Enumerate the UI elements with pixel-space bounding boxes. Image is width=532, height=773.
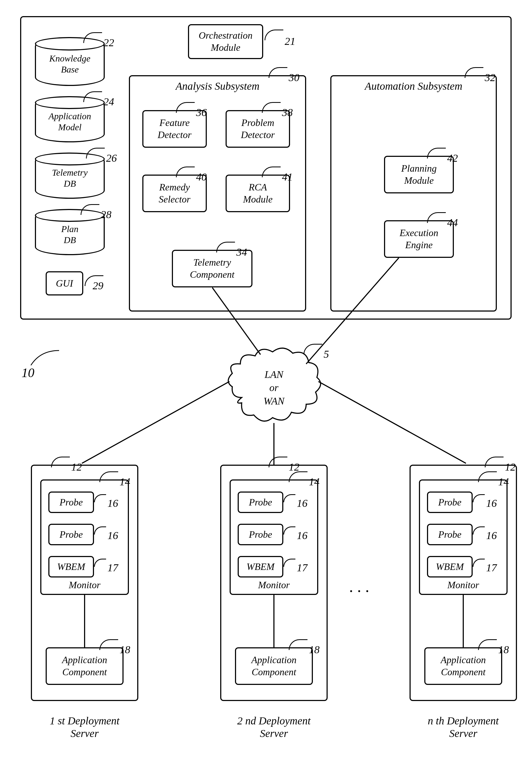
probe-label: Probe bbox=[60, 529, 83, 541]
telemetry-component-label: Telemetry Component bbox=[190, 257, 234, 281]
ref-14: 14 bbox=[498, 475, 509, 488]
ref-21: 21 bbox=[285, 35, 295, 48]
probe-label: Probe bbox=[249, 496, 272, 508]
rca-module: RCA Module bbox=[226, 175, 290, 212]
monitor-label: Monitor bbox=[69, 579, 100, 591]
server-2-label: 2 nd Deployment Server bbox=[226, 714, 322, 740]
ref-hook bbox=[485, 457, 504, 467]
ref-42: 42 bbox=[447, 152, 458, 164]
ref-16: 16 bbox=[486, 497, 497, 510]
analysis-title: Analysis Subsystem bbox=[176, 80, 259, 93]
telemetry-db: Telemetry DB bbox=[35, 153, 105, 199]
wbem-label: WBEM bbox=[57, 561, 85, 573]
monitor-appcomp-line-1 bbox=[84, 595, 85, 647]
probe-na: Probe bbox=[427, 492, 473, 513]
ref-12: 12 bbox=[505, 461, 516, 473]
monitor-appcomp-line-2 bbox=[273, 595, 274, 647]
ref-5: 5 bbox=[324, 348, 329, 360]
ref-44: 44 bbox=[447, 216, 458, 229]
probe-label: Probe bbox=[438, 529, 462, 541]
feature-detector-label: Feature Detector bbox=[158, 117, 191, 141]
probe-label: Probe bbox=[438, 496, 462, 508]
ref-17: 17 bbox=[297, 561, 307, 574]
ref-16: 16 bbox=[107, 497, 118, 510]
knowledge-base-db: Knowledge Base bbox=[35, 38, 105, 86]
ref-12: 12 bbox=[71, 461, 82, 473]
ref-hook bbox=[269, 457, 287, 467]
ref-14: 14 bbox=[309, 475, 320, 488]
ref-10-pointer bbox=[30, 349, 62, 368]
ref-34: 34 bbox=[236, 246, 247, 258]
ref-17: 17 bbox=[107, 561, 118, 574]
problem-detector: Problem Detector bbox=[226, 110, 290, 148]
planning-module-label: Planning Module bbox=[401, 162, 437, 187]
ref-16: 16 bbox=[486, 529, 497, 542]
ref-29: 29 bbox=[93, 279, 103, 292]
ref-14: 14 bbox=[120, 475, 130, 488]
rca-module-label: RCA Module bbox=[243, 181, 273, 205]
wbem-2: WBEM bbox=[238, 556, 283, 577]
ref-38: 38 bbox=[282, 106, 293, 119]
ref-16: 16 bbox=[297, 497, 307, 510]
ref-32: 32 bbox=[485, 71, 495, 84]
ref-26: 26 bbox=[106, 152, 117, 164]
app-component-2: Application Component bbox=[235, 647, 313, 685]
ref-18: 18 bbox=[498, 643, 509, 656]
app-component-n: Application Component bbox=[424, 647, 502, 685]
wbem-label: WBEM bbox=[247, 561, 274, 573]
svg-line-2 bbox=[82, 381, 230, 463]
app-component-1: Application Component bbox=[46, 647, 124, 685]
svg-line-4 bbox=[318, 381, 466, 463]
monitor-label: Monitor bbox=[258, 579, 290, 591]
ref-16: 16 bbox=[107, 529, 118, 542]
probe-label: Probe bbox=[60, 496, 83, 508]
kb-label: Knowledge Base bbox=[49, 53, 91, 75]
probe-2b: Probe bbox=[238, 524, 283, 545]
probe-1b: Probe bbox=[48, 524, 94, 545]
ref-30: 30 bbox=[289, 71, 299, 84]
ref-18: 18 bbox=[309, 643, 320, 656]
probe-nb: Probe bbox=[427, 524, 473, 545]
ref-16: 16 bbox=[297, 529, 307, 542]
monitor-appcomp-line-n bbox=[463, 595, 464, 647]
cloud-label: LAN or WAN bbox=[258, 368, 290, 408]
server-1-label: 1 st Deployment Server bbox=[36, 714, 133, 740]
app-component-label: Application Component bbox=[441, 654, 486, 678]
wbem-n: WBEM bbox=[427, 556, 473, 577]
ref-18: 18 bbox=[120, 643, 130, 656]
planning-module: Planning Module bbox=[384, 156, 454, 193]
probe-label: Probe bbox=[249, 529, 272, 541]
app-component-label: Application Component bbox=[62, 654, 107, 678]
gui-box: GUI bbox=[46, 271, 83, 295]
ellipsis: . . . bbox=[349, 577, 369, 596]
automation-subsystem: Automation Subsystem bbox=[330, 75, 497, 312]
app-model-label: Application Model bbox=[49, 111, 91, 133]
application-model-db: Application Model bbox=[35, 97, 105, 142]
plan-db-label: Plan DB bbox=[61, 224, 78, 246]
execution-engine: Execution Engine bbox=[384, 220, 454, 258]
plan-db: Plan DB bbox=[35, 209, 105, 255]
line-cloud-server1 bbox=[81, 381, 231, 465]
gui-label: GUI bbox=[56, 277, 73, 290]
automation-title: Automation Subsystem bbox=[365, 80, 462, 93]
ref-24: 24 bbox=[103, 95, 114, 108]
line-cloud-server3 bbox=[317, 381, 467, 465]
app-component-label: Application Component bbox=[251, 654, 296, 678]
orchestration-label: Orchestration Module bbox=[199, 30, 253, 54]
probe-1a: Probe bbox=[48, 492, 94, 513]
ref-22: 22 bbox=[103, 36, 114, 49]
monitor-label: Monitor bbox=[447, 579, 479, 591]
remedy-selector-label: Remedy Selector bbox=[159, 181, 190, 205]
ref-41: 41 bbox=[282, 171, 293, 183]
server-n-label: n th Deployment Server bbox=[415, 714, 512, 740]
ref-40: 40 bbox=[196, 171, 207, 183]
execution-engine-label: Execution Engine bbox=[400, 227, 438, 251]
ref-28: 28 bbox=[101, 208, 111, 221]
ref-36: 36 bbox=[196, 106, 207, 119]
problem-detector-label: Problem Detector bbox=[241, 117, 275, 141]
probe-2a: Probe bbox=[238, 492, 283, 513]
wbem-label: WBEM bbox=[436, 561, 464, 573]
ref-17: 17 bbox=[486, 561, 497, 574]
ref-10: 10 bbox=[21, 365, 34, 380]
orchestration-module: Orchestration Module bbox=[188, 24, 263, 59]
